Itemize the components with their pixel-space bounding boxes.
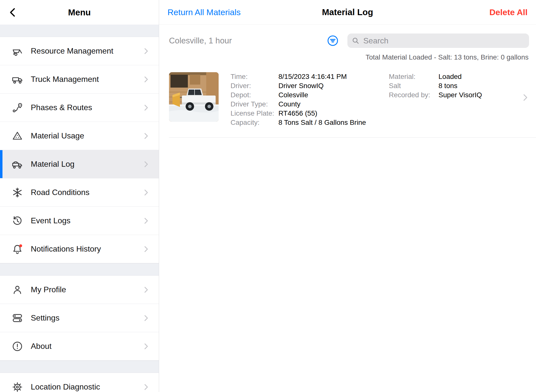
delete-all-button[interactable]: Delete All [489,7,528,17]
sidebar-item-label: Material Usage [31,131,142,140]
filter-icon[interactable] [326,34,339,47]
chevron-left-icon [7,7,18,18]
field-label: Recorded by: [389,92,438,98]
material-log-entry[interactable]: Time:8/15/2023 4:16:41 PM Driver:Driver … [159,61,536,126]
sidebar-item-phases-routes[interactable]: Phases & Routes [0,94,159,122]
notification-badge [19,244,22,247]
chevron-right-icon [142,189,150,196]
about-info-icon [11,340,23,352]
material-usage-icon [11,130,23,142]
phases-routes-icon [11,102,23,114]
chevron-right-icon [142,217,150,225]
chevron-right-icon [142,47,150,55]
chevron-right-icon[interactable] [521,93,530,103]
field-value: County [278,101,377,108]
sidebar-item-about[interactable]: About [0,332,159,360]
chevron-right-icon [142,342,150,350]
field-value: Super VisorIQ [438,92,482,98]
chevron-right-icon [142,104,150,112]
field-label: Salt [389,82,438,89]
record-divider [169,137,536,138]
sidebar-item-label: Location Diagnostic [31,382,142,392]
menu-title: Menu [0,7,159,17]
event-logs-icon [11,215,23,227]
record-material-details: Material:Loaded Salt8 tons Recorded by:S… [389,72,482,98]
sidebar-item-label: Notifications History [31,244,142,254]
sidebar: Menu Resource Management Truck Managemen… [0,0,159,392]
sidebar-item-label: My Profile [31,285,142,294]
field-label: Driver Type: [231,101,278,108]
sidebar-item-road-conditions[interactable]: Road Conditions [0,178,159,207]
field-label: Material: [389,73,438,80]
sidebar-item-truck-management[interactable]: Truck Management [0,65,159,94]
field-value: Colesville [278,92,377,98]
settings-icon [11,312,23,324]
field-label: Driver: [231,82,278,89]
sidebar-item-label: Settings [31,313,142,323]
back-button[interactable] [6,6,19,19]
sidebar-item-notifications-history[interactable]: Notifications History [0,235,159,263]
truck-management-icon [11,73,23,85]
section-divider [0,25,159,37]
search-box [347,33,529,48]
chevron-right-icon [142,245,150,253]
field-value: RT4656 (55) [278,110,377,117]
location-diagnostic-gear-icon [11,381,23,392]
return-all-materials-button[interactable]: Return All Materials [168,7,241,17]
field-value: Loaded [438,73,482,80]
location-time-filter[interactable]: Colesville, 1 hour [169,36,326,45]
sidebar-item-label: Resource Management [31,46,142,56]
section-divider [0,263,159,276]
sidebar-item-label: Road Conditions [31,188,142,197]
chevron-right-icon [142,314,150,322]
sidebar-item-label: Event Logs [31,216,142,225]
field-label: Capacity: [231,119,278,126]
content-header: Return All Materials Material Log Delete… [159,0,536,25]
field-label: Time: [231,73,278,80]
sidebar-item-label: Material Log [31,160,142,169]
resource-management-icon [11,45,23,57]
sidebar-item-label: About [31,342,142,351]
material-log-panel: Return All Materials Material Log Delete… [159,0,536,392]
chevron-right-icon [142,383,150,391]
field-label: License Plate: [231,110,278,117]
search-input[interactable] [347,33,529,48]
app-window: Menu Resource Management Truck Managemen… [0,0,536,392]
road-conditions-icon [11,187,23,198]
toolbar: Colesville, 1 hour [159,25,536,48]
section-divider [0,360,159,373]
sidebar-item-resource-management[interactable]: Resource Management [0,37,159,65]
field-value: 8/15/2023 4:16:41 PM [278,73,377,80]
sidebar-item-material-log[interactable]: Material Log [0,150,159,178]
chevron-right-icon [142,286,150,294]
chevron-right-icon [142,75,150,83]
sidebar-item-event-logs[interactable]: Event Logs [0,207,159,235]
sidebar-item-label: Truck Management [31,75,142,84]
selected-indicator [0,150,2,178]
sidebar-item-settings[interactable]: Settings [0,304,159,332]
sidebar-item-label: Phases & Routes [31,103,142,112]
notifications-bell-icon [11,243,23,255]
field-value: 8 Tons Salt / 8 Gallons Brine [278,119,377,126]
sidebar-item-my-profile[interactable]: My Profile [0,276,159,304]
field-value: Driver SnowIQ [278,82,377,89]
record-details: Time:8/15/2023 4:16:41 PM Driver:Driver … [231,72,377,126]
total-material-summary: Total Material Loaded - Salt: 13 tons, B… [159,48,536,61]
sidebar-header: Menu [0,0,159,25]
chevron-right-icon [142,160,150,168]
field-value: 8 tons [438,82,482,89]
material-log-icon [11,158,23,170]
field-label: Depot: [231,92,278,98]
sidebar-item-material-usage[interactable]: Material Usage [0,122,159,150]
chevron-right-icon [142,132,150,140]
sidebar-item-location-diagnostic[interactable]: Location Diagnostic [0,373,159,392]
truck-photo [169,72,219,122]
profile-icon [11,284,23,296]
